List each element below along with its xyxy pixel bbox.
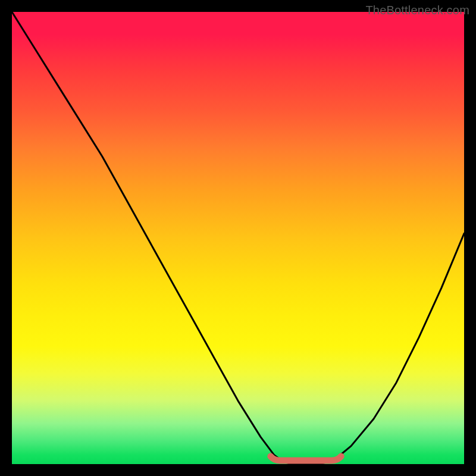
chart-overlay bbox=[12, 12, 464, 464]
chart-root: TheBottleneck.com bbox=[0, 0, 476, 476]
attribution-label: TheBottleneck.com bbox=[365, 4, 469, 17]
optimal-range-marker bbox=[271, 456, 341, 461]
plot-area bbox=[12, 12, 464, 464]
bottleneck-curve bbox=[12, 12, 464, 464]
